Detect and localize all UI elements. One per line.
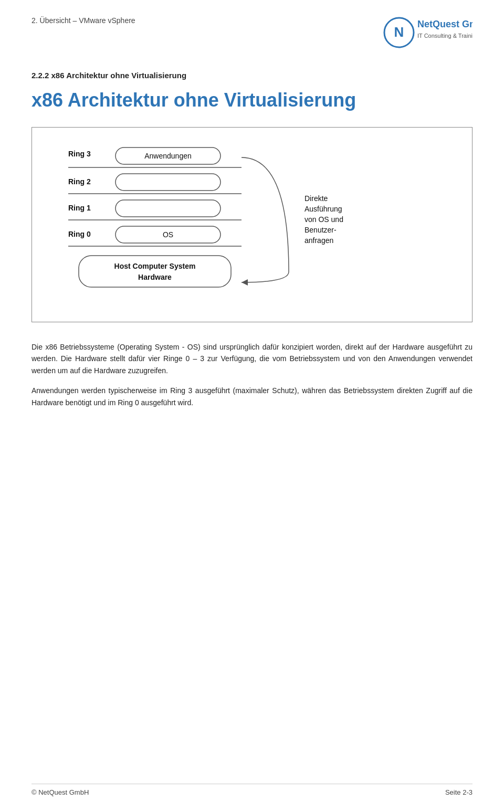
diagram-container: Ring 3 Anwendungen Ring 2 Ring 1 Ring 0 … (32, 127, 472, 322)
svg-rect-9 (116, 174, 220, 191)
section-heading: 2.2.2 x86 Architektur ohne Virtualisieru… (32, 71, 472, 80)
svg-marker-21 (242, 279, 248, 286)
svg-text:Ausführung: Ausführung (304, 205, 342, 213)
svg-text:Anwendungen: Anwendungen (144, 152, 192, 160)
breadcrumb: 2. Übersicht – VMware vSphere (32, 16, 135, 25)
svg-text:OS: OS (163, 230, 173, 239)
svg-text:N: N (394, 24, 404, 40)
svg-text:Ring 1: Ring 1 (68, 204, 91, 212)
svg-text:Direkte: Direkte (304, 194, 328, 203)
svg-text:von OS und: von OS und (304, 215, 343, 224)
logo: N NetQuest GmbH IT Consulting & Training (383, 16, 472, 50)
header: 2. Übersicht – VMware vSphere N NetQuest… (32, 16, 472, 50)
svg-text:Host Computer System: Host Computer System (114, 262, 196, 270)
svg-text:Ring 3: Ring 3 (68, 150, 91, 158)
svg-rect-12 (116, 200, 220, 217)
logo-container: N NetQuest GmbH IT Consulting & Training (383, 16, 472, 50)
svg-rect-18 (79, 256, 231, 287)
svg-text:Hardware: Hardware (138, 273, 172, 281)
svg-text:IT Consulting & Training: IT Consulting & Training (417, 33, 472, 39)
svg-text:Benutzer-: Benutzer- (304, 226, 337, 234)
main-title: x86 Architektur ohne Virtualisierung (32, 89, 472, 111)
page: 2. Übersicht – VMware vSphere N NetQuest… (0, 0, 504, 812)
footer-page: Seite 2-3 (445, 788, 472, 796)
body-paragraph-1: Die x86 Betriebssysteme (Operating Syste… (32, 341, 472, 376)
footer: © NetQuest GmbH Seite 2-3 (32, 784, 472, 796)
svg-text:Ring 2: Ring 2 (68, 177, 91, 186)
svg-text:Ring 0: Ring 0 (68, 230, 91, 238)
svg-text:NetQuest GmbH: NetQuest GmbH (417, 19, 472, 29)
body-paragraph-2: Anwendungen werden typischerweise im Rin… (32, 385, 472, 408)
architecture-diagram: Ring 3 Anwendungen Ring 2 Ring 1 Ring 0 … (37, 128, 467, 322)
footer-copyright: © NetQuest GmbH (32, 788, 89, 796)
svg-text:anfragen: anfragen (304, 236, 333, 245)
